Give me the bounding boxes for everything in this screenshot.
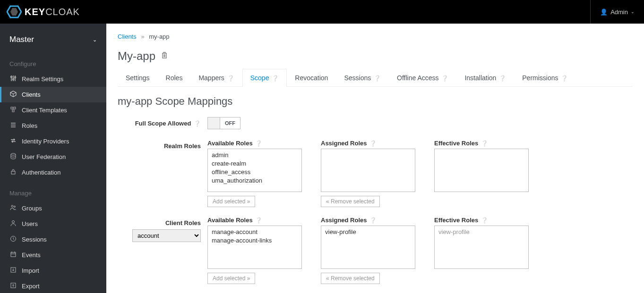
help-icon[interactable]: ❔: [374, 75, 381, 82]
clock-icon: [9, 235, 17, 243]
sidebar-item-client-templates[interactable]: Client Templates: [0, 102, 106, 118]
full-scope-row: Full Scope Allowed ❔ OFF: [118, 117, 633, 130]
realm-effective-listbox: [434, 149, 529, 192]
tab-installation[interactable]: Installation ❔: [456, 69, 514, 87]
help-icon[interactable]: ❔: [481, 140, 488, 147]
effective-roles-label: Effective Roles: [434, 217, 478, 224]
help-icon[interactable]: ❔: [441, 75, 448, 82]
help-icon[interactable]: ❔: [255, 217, 262, 224]
realm-name: Master: [9, 35, 34, 44]
list-icon: [9, 122, 17, 130]
help-icon[interactable]: ❔: [481, 217, 488, 224]
svg-point-21: [14, 206, 16, 208]
client-roles-row: Client Roles account Available Roles ❔ m…: [118, 217, 633, 284]
sidebar-item-label: Roles: [22, 122, 37, 129]
svg-point-20: [11, 205, 13, 207]
sidebar-item-user-federation[interactable]: User Federation: [0, 149, 106, 165]
tab-sessions[interactable]: Sessions ❔: [336, 69, 389, 87]
svg-point-18: [11, 153, 16, 155]
breadcrumb-separator: »: [141, 33, 144, 40]
full-scope-label: Full Scope Allowed: [135, 120, 191, 127]
sidebar-item-label: Client Templates: [22, 107, 67, 114]
sidebar-item-events[interactable]: Events: [0, 247, 106, 263]
sidebar-item-export[interactable]: Export: [0, 278, 106, 293]
client-available-col: Available Roles ❔ manage-accountmanage-a…: [207, 217, 302, 284]
sidebar-item-label: Groups: [22, 205, 42, 212]
tab-roles[interactable]: Roles: [158, 69, 191, 87]
client-assigned-col: Assigned Roles ❔ view-profile « Remove s…: [321, 217, 415, 284]
tab-revocation[interactable]: Revocation: [287, 69, 336, 87]
tab-offline-access[interactable]: Offline Access ❔: [389, 69, 456, 87]
help-icon[interactable]: ❔: [194, 120, 201, 127]
help-icon[interactable]: ❔: [499, 75, 506, 82]
configure-heading: Configure: [0, 51, 106, 71]
sidebar-item-clients[interactable]: Clients: [0, 87, 106, 102]
sidebar-item-label: Export: [22, 283, 40, 290]
tab-permissions[interactable]: Permissions ❔: [514, 69, 576, 87]
help-icon[interactable]: ❔: [369, 140, 377, 147]
client-available-listbox[interactable]: manage-accountmanage-account-links: [207, 226, 302, 269]
realm-selector[interactable]: Master ⌄: [0, 28, 106, 51]
add-selected-button[interactable]: Add selected »: [207, 273, 255, 284]
client-roles-label: Client Roles: [165, 219, 201, 226]
remove-selected-button[interactable]: « Remove selected: [321, 273, 380, 284]
tab-mappers[interactable]: Mappers ❔: [190, 69, 242, 87]
sidebar-item-authentication[interactable]: Authentication: [0, 165, 106, 180]
assigned-roles-label: Assigned Roles: [321, 217, 367, 224]
user-menu[interactable]: 👤 Admin ⌄: [590, 0, 635, 24]
lock-icon: [9, 168, 17, 176]
trash-icon[interactable]: [161, 51, 168, 61]
sidebar-item-groups[interactable]: Groups: [0, 201, 106, 216]
remove-selected-button[interactable]: « Remove selected: [321, 196, 380, 207]
page-title: My-app: [118, 50, 633, 63]
tab-label: Revocation: [295, 74, 328, 82]
svg-point-22: [12, 221, 15, 223]
full-scope-toggle[interactable]: OFF: [207, 117, 240, 129]
add-selected-button[interactable]: Add selected »: [207, 196, 255, 207]
help-icon[interactable]: ❔: [561, 75, 568, 82]
sidebar-item-identity-providers[interactable]: Identity Providers: [0, 134, 106, 149]
page-title-text: My-app: [118, 50, 155, 63]
brand-logo[interactable]: KEYCLOAK: [7, 5, 80, 18]
client-assigned-listbox[interactable]: view-profile: [321, 226, 415, 269]
help-icon[interactable]: ❔: [255, 140, 262, 147]
breadcrumb-parent[interactable]: Clients: [118, 33, 137, 40]
breadcrumb: Clients » my-app: [118, 33, 633, 40]
svg-line-10: [13, 92, 16, 94]
tab-settings[interactable]: Settings: [118, 69, 158, 87]
tab-label: Settings: [126, 74, 150, 82]
tab-label: Permissions: [522, 74, 558, 82]
help-icon[interactable]: ❔: [272, 75, 279, 82]
sidebar-item-label: Clients: [22, 91, 41, 98]
available-roles-label: Available Roles: [207, 140, 253, 147]
sidebar-item-label: User Federation: [22, 153, 66, 160]
svg-point-6: [13, 79, 14, 80]
svg-rect-12: [11, 107, 13, 109]
realm-assigned-listbox[interactable]: [321, 149, 415, 192]
sidebar-item-label: Users: [22, 220, 38, 227]
section-title: my-app Scope Mappings: [118, 95, 633, 108]
sidebar-item-realm-settings[interactable]: Realm Settings: [0, 71, 106, 87]
sidebar-item-sessions[interactable]: Sessions: [0, 232, 106, 247]
sidebar-item-label: Sessions: [22, 236, 47, 243]
chevron-down-icon: ⌄: [631, 9, 635, 14]
effective-roles-label: Effective Roles: [434, 140, 478, 147]
user-label: Admin: [610, 8, 628, 16]
realm-effective-col: Effective Roles ❔: [434, 140, 529, 207]
main-content: Clients » my-app My-app Settings Roles M…: [106, 24, 644, 293]
svg-rect-24: [11, 252, 16, 257]
sidebar-item-roles[interactable]: Roles: [0, 118, 106, 134]
tab-scope[interactable]: Scope ❔: [242, 69, 287, 87]
assigned-roles-label: Assigned Roles: [321, 140, 367, 147]
realm-available-listbox[interactable]: admincreate-realmoffline_accessuma_autho…: [207, 149, 302, 192]
tab-label: Installation: [464, 74, 496, 82]
help-icon[interactable]: ❔: [369, 217, 377, 224]
sidebar-item-import[interactable]: Import: [0, 263, 106, 278]
client-effective-col: Effective Roles ❔ view-profile: [434, 217, 529, 284]
tab-label: Offline Access: [397, 74, 438, 82]
sidebar-item-users[interactable]: Users: [0, 216, 106, 232]
help-icon[interactable]: ❔: [227, 75, 234, 82]
client-select[interactable]: account: [132, 229, 201, 242]
tab-label: Mappers: [198, 74, 224, 82]
realm-roles-row: Realm Roles Available Roles ❔ admincreat…: [118, 140, 633, 207]
